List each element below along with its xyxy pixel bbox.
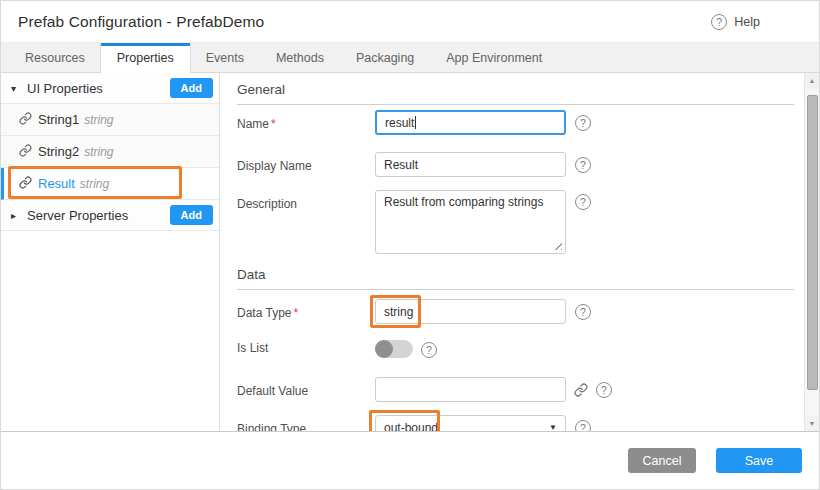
tab-properties[interactable]: Properties: [101, 43, 190, 73]
cancel-button[interactable]: Cancel: [628, 448, 696, 473]
vertical-scrollbar: ▲ ▼: [804, 73, 819, 431]
description-textarea[interactable]: Result from comparing strings: [375, 190, 566, 254]
title-bar: Prefab Configuration - PrefabDemo ? Help: [1, 1, 819, 42]
is-list-field-wrap: ?: [375, 338, 437, 358]
scrollbar-track[interactable]: [805, 88, 819, 416]
link-icon: [19, 143, 32, 161]
ui-properties-group-header[interactable]: ▾ UI Properties Add: [1, 73, 219, 104]
property-item-result[interactable]: Result string: [1, 168, 219, 200]
name-label: Name*: [237, 110, 375, 131]
server-properties-group-header[interactable]: ▸ Server Properties Add: [1, 200, 219, 231]
required-marker: *: [293, 306, 298, 320]
display-name-label: Display Name: [237, 152, 375, 173]
name-row: Name* result ?: [237, 110, 794, 135]
help-button[interactable]: ? Help: [711, 14, 760, 30]
save-button[interactable]: Save: [716, 448, 802, 473]
property-form: General Name* result ? Display Name ? De…: [220, 73, 804, 431]
is-list-toggle[interactable]: [375, 340, 413, 358]
content-area: ▾ UI Properties Add String1 string Strin…: [1, 73, 819, 432]
required-marker: *: [271, 117, 276, 131]
caret-down-icon: ▾: [11, 83, 22, 94]
description-textarea-wrap: Result from comparing strings: [375, 190, 566, 254]
tab-methods[interactable]: Methods: [260, 43, 340, 73]
binding-type-row: Binding Type out-bound ▼ ?: [237, 415, 794, 431]
ui-properties-label: UI Properties: [27, 81, 103, 96]
default-value-row: Default Value ?: [237, 377, 794, 402]
default-value-help-icon[interactable]: ?: [596, 382, 612, 398]
page-title: Prefab Configuration - PrefabDemo: [18, 13, 264, 31]
text-cursor: [415, 116, 416, 129]
data-type-help-icon[interactable]: ?: [575, 304, 591, 320]
tab-events[interactable]: Events: [190, 43, 260, 73]
scrollbar-thumb[interactable]: [807, 95, 818, 390]
link-icon: [19, 111, 32, 129]
data-type-field-wrap: ?: [375, 299, 591, 324]
name-input[interactable]: result: [375, 110, 566, 135]
property-type: string: [84, 113, 113, 127]
bind-link-icon[interactable]: [574, 383, 588, 397]
dialog-footer: Cancel Save: [1, 432, 819, 489]
general-section-heading: General: [237, 82, 794, 105]
add-server-property-button[interactable]: Add: [170, 205, 213, 225]
display-name-help-icon[interactable]: ?: [575, 157, 591, 173]
display-name-row: Display Name ?: [237, 152, 794, 177]
tab-bar: Resources Properties Events Methods Pack…: [1, 42, 819, 73]
display-name-field-wrap: ?: [375, 152, 591, 177]
caret-right-icon: ▸: [11, 210, 22, 221]
tab-resources[interactable]: Resources: [9, 43, 101, 73]
server-properties-label: Server Properties: [27, 208, 128, 223]
dropdown-arrow-icon: ▼: [549, 423, 557, 431]
help-circle-icon: ?: [711, 14, 727, 30]
toggle-knob: [375, 340, 393, 358]
tab-app-environment[interactable]: App Environment: [430, 43, 558, 73]
display-name-input[interactable]: [375, 152, 566, 177]
default-value-field-wrap: ?: [375, 377, 612, 402]
name-help-icon[interactable]: ?: [575, 115, 591, 131]
binding-type-label: Binding Type: [237, 415, 375, 431]
tab-packaging[interactable]: Packaging: [340, 43, 430, 73]
data-type-label: Data Type*: [237, 299, 375, 320]
prefab-configuration-dialog: Prefab Configuration - PrefabDemo ? Help…: [0, 0, 820, 490]
data-section-heading: Data: [237, 267, 794, 290]
property-name: String2: [38, 144, 79, 159]
is-list-label: Is List: [237, 338, 375, 355]
property-item-string2[interactable]: String2 string: [1, 136, 219, 168]
scroll-up-button[interactable]: ▲: [805, 73, 819, 88]
add-ui-property-button[interactable]: Add: [170, 78, 213, 98]
properties-sidebar: ▾ UI Properties Add String1 string Strin…: [1, 73, 220, 431]
scroll-down-button[interactable]: ▼: [805, 416, 819, 431]
property-type: string: [84, 145, 113, 159]
binding-type-field-wrap: out-bound ▼ ?: [375, 415, 591, 431]
data-type-input[interactable]: [375, 299, 566, 324]
description-row: Description Result from comparing string…: [237, 190, 794, 254]
name-field-wrap: result ?: [375, 110, 591, 135]
name-value: result: [385, 116, 414, 130]
description-field-wrap: Result from comparing strings ?: [375, 190, 591, 254]
property-type: string: [80, 177, 109, 191]
description-help-icon[interactable]: ?: [575, 194, 591, 210]
is-list-help-icon[interactable]: ?: [421, 342, 437, 358]
data-type-row: Data Type* ?: [237, 299, 794, 324]
binding-type-select[interactable]: out-bound ▼: [375, 415, 566, 431]
property-name: Result: [38, 176, 75, 191]
help-label: Help: [734, 15, 760, 29]
description-label: Description: [237, 190, 375, 211]
property-name: String1: [38, 112, 79, 127]
property-item-string1[interactable]: String1 string: [1, 104, 219, 136]
default-value-input[interactable]: [375, 377, 566, 402]
binding-type-value: out-bound: [384, 421, 438, 432]
link-icon: [19, 175, 32, 193]
binding-type-help-icon[interactable]: ?: [575, 420, 591, 432]
default-value-label: Default Value: [237, 377, 375, 398]
is-list-row: Is List ?: [237, 338, 794, 358]
